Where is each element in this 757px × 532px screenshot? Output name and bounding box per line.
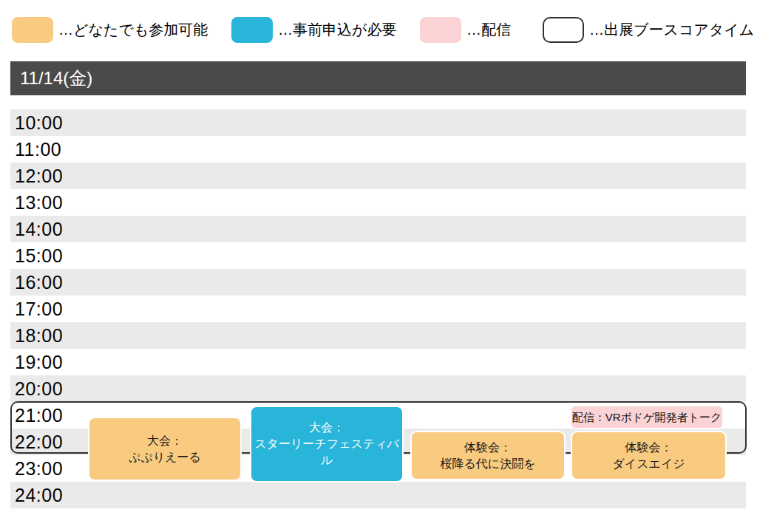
event-title: 大会： スターリーチフェスティバル (251, 420, 402, 468)
core-time-outline-swatch (543, 17, 584, 43)
time-row-1500: 15:00 (10, 242, 746, 269)
event-title: 体験会： ダイスエイジ (612, 440, 685, 472)
event-block-trial-sakura-furu-yo[interactable]: 体験会： 桜降る代に決闘を (410, 431, 566, 480)
time-row-1800: 18:00 (10, 322, 746, 349)
time-row-2400: 24:00 (10, 482, 746, 508)
event-title: 体験会： 桜降る代に決闘を (440, 440, 535, 472)
time-row-1700: 17:00 (10, 296, 746, 322)
event-block-tournament-starry-reach-festival[interactable]: 大会： スターリーチフェスティバル (250, 406, 404, 482)
time-row-1300: 13:00 (10, 189, 746, 216)
time-label: 11:00 (10, 136, 61, 163)
time-row-1100: 11:00 (10, 136, 746, 163)
date-header-label: 11/14(金) (20, 68, 92, 88)
time-label: 15:00 (10, 242, 63, 269)
event-block-tournament-pupuriel[interactable]: 大会： ぷぷりえーる (88, 417, 242, 481)
event-title: 配信：VRボドゲ開発者トーク (572, 411, 722, 424)
event-block-stream-vr-boardgame-dev-talk[interactable]: 配信：VRボドゲ開発者トーク (570, 405, 724, 429)
time-label: 12:00 (10, 163, 63, 189)
legend-label-open: …どなたでも参加可能 (58, 16, 208, 43)
time-label: 23:00 (10, 455, 63, 482)
time-label: 24:00 (10, 482, 63, 508)
time-label: 18:00 (10, 322, 63, 349)
legend-label-core-time: …出展ブースコアタイム (589, 16, 754, 43)
time-label: 14:00 (10, 216, 63, 242)
time-label: 10:00 (10, 109, 63, 136)
reservation-color-swatch (231, 17, 273, 43)
time-label: 17:00 (10, 296, 63, 322)
open-color-swatch (12, 17, 53, 43)
time-row-1900: 19:00 (10, 349, 746, 375)
legend-label-reservation: …事前申込が必要 (278, 16, 396, 43)
event-block-trial-dice-age[interactable]: 体験会： ダイスエイジ (571, 431, 727, 480)
legend-label-stream: …配信 (466, 16, 511, 43)
legend-item-stream: …配信 (420, 16, 511, 43)
time-row-1000: 10:00 (10, 109, 746, 136)
time-label: 20:00 (10, 375, 63, 402)
time-label: 13:00 (10, 189, 63, 216)
legend-item-reservation: …事前申込が必要 (231, 16, 396, 43)
time-label: 16:00 (10, 269, 63, 296)
stream-color-swatch (420, 17, 461, 43)
date-header: 11/14(金) (10, 61, 746, 95)
time-row-1200: 12:00 (10, 163, 746, 189)
legend-item-core-time: …出展ブースコアタイム (543, 16, 754, 43)
event-schedule-page: …どなたでも参加可能 …事前申込が必要 …配信 …出展ブースコアタイム 11/1… (0, 0, 757, 532)
time-row-2000: 20:00 (10, 375, 746, 402)
event-title: 大会： ぷぷりえーる (129, 433, 201, 466)
time-row-1600: 16:00 (10, 269, 746, 296)
time-row-1400: 14:00 (10, 216, 746, 242)
time-label: 19:00 (10, 349, 63, 375)
legend-item-open: …どなたでも参加可能 (12, 16, 208, 43)
